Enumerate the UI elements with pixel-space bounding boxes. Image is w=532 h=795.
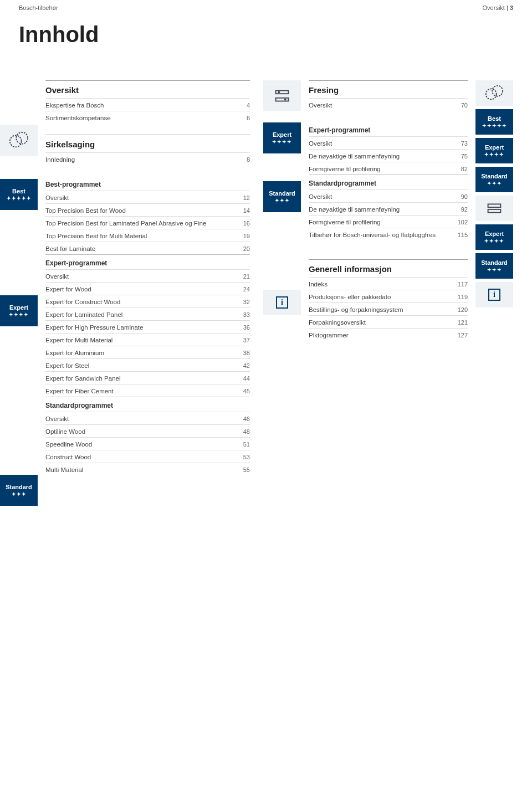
toc-row[interactable]: Expert for Fiber Cement45	[45, 384, 250, 397]
info-heading: Generell informasjon	[309, 259, 468, 277]
router-icon	[475, 196, 513, 221]
toc-row[interactable]: Multi Material55	[45, 463, 250, 475]
toc-row[interactable]: Top Precision Best for Laminated Panel A…	[45, 216, 250, 229]
breadcrumb-left: Bosch-tilbehør	[19, 4, 58, 11]
svg-point-5	[284, 99, 287, 101]
svg-point-7	[492, 86, 503, 96]
saw-blade-icon	[0, 125, 38, 156]
expert-heading: Expert-programmet	[309, 122, 468, 136]
toc-row[interactable]: Sortimentskompetanse6	[45, 111, 250, 124]
expert-heading: Expert-programmet	[45, 254, 250, 269]
expert-badge: Expert ✦✦✦✦	[0, 295, 38, 326]
expert-badge: Expert✦✦✦✦	[475, 224, 513, 250]
toc-row[interactable]: Expert for High Pressure Laminate36	[45, 320, 250, 333]
standard-badge: Standard ✦✦✦	[0, 475, 38, 506]
toc-row[interactable]: Forpakningsoversikt121	[309, 315, 468, 328]
toc-row[interactable]: Tilbehør for Bosch-universal- og flatplu…	[309, 228, 468, 240]
toc-row[interactable]: Piktogrammer127	[309, 328, 468, 341]
toc-row[interactable]: Ekspertise fra Bosch4	[45, 98, 250, 111]
toc-row[interactable]: Oversikt12	[45, 191, 250, 203]
intro-heading: Oversikt	[45, 80, 250, 98]
svg-rect-2	[276, 91, 289, 94]
side-rail: Best✦✦✦✦✦ Expert✦✦✦✦ Standard✦✦✦ Expert✦…	[475, 80, 513, 506]
toc-row[interactable]: Optiline Wood48	[45, 424, 250, 437]
standard-heading: Standardprogrammet	[309, 175, 468, 189]
toc-row[interactable]: Top Precision Best for Multi Material19	[45, 229, 250, 242]
best-badge: Best✦✦✦✦✦	[475, 109, 513, 135]
toc-row[interactable]: Expert for Aluminium38	[45, 346, 250, 358]
toc-row[interactable]: Expert for Steel42	[45, 358, 250, 371]
toc-row[interactable]: Expert for Wood24	[45, 282, 250, 295]
sirkelsaging-heading: Sirkelsaging	[45, 135, 250, 152]
page-header: Bosch-tilbehør Oversikt | 3	[0, 0, 532, 11]
standard-badge: Standard✦✦✦	[475, 253, 513, 279]
toc-row[interactable]: Construct Wood53	[45, 450, 250, 463]
router-icon	[263, 80, 301, 111]
svg-point-4	[278, 91, 280, 93]
best-badge: Best ✦✦✦✦✦	[0, 179, 38, 210]
fresing-heading: Fresing	[309, 80, 468, 98]
toc-row[interactable]: Oversikt46	[45, 412, 250, 424]
saw-blade-icon	[475, 80, 513, 106]
best-heading: Best-programmet	[45, 176, 250, 191]
standard-badge: Standard ✦✦✦	[263, 181, 301, 212]
toc-row[interactable]: Best for Laminate20	[45, 242, 250, 254]
toc-row[interactable]: De nøyaktige til sammenføyning75	[309, 149, 468, 162]
toc-row[interactable]: Speedline Wood51	[45, 437, 250, 450]
svg-point-6	[486, 89, 497, 99]
toc-row[interactable]: Innledning8	[45, 152, 250, 165]
toc-row[interactable]: Expert for Laminated Panel33	[45, 307, 250, 320]
expert-badge: Expert ✦✦✦✦	[263, 122, 301, 153]
toc-row[interactable]: Oversikt73	[309, 136, 468, 149]
standard-badge: Standard✦✦✦	[475, 167, 513, 192]
svg-rect-8	[488, 204, 501, 207]
toc-row[interactable]: Oversikt90	[309, 189, 468, 202]
svg-point-1	[16, 132, 28, 144]
toc-row[interactable]: Expert for Sandwich Panel44	[45, 371, 250, 384]
toc-row[interactable]: Formgiverne til profilering102	[309, 215, 468, 228]
expert-badge: Expert✦✦✦✦	[475, 138, 513, 163]
svg-rect-3	[276, 98, 289, 101]
info-icon: i	[475, 282, 513, 307]
toc-row[interactable]: Formgiverne til profilering82	[309, 162, 468, 175]
toc-row[interactable]: Produksjons- eller pakkedato119	[309, 290, 468, 302]
svg-rect-9	[488, 209, 501, 213]
breadcrumb-right: Oversikt | 3	[483, 4, 513, 11]
toc-row[interactable]: Oversikt21	[45, 269, 250, 282]
info-icon: i	[263, 290, 301, 315]
toc-row[interactable]: Bestillings- og forpakningssystem120	[309, 302, 468, 315]
page-title: Innhold	[0, 11, 532, 80]
toc-row[interactable]: De nøyaktige til sammenføyning92	[309, 202, 468, 215]
toc-row[interactable]: Expert for Multi Material37	[45, 333, 250, 346]
svg-point-0	[10, 135, 22, 147]
toc-row[interactable]: Oversikt70	[309, 98, 468, 111]
toc-row[interactable]: Top Precision Best for Wood14	[45, 203, 250, 216]
toc-row[interactable]: Indeks117	[309, 277, 468, 290]
toc-row[interactable]: Expert for Construct Wood32	[45, 295, 250, 307]
standard-heading: Standardprogrammet	[45, 397, 250, 412]
